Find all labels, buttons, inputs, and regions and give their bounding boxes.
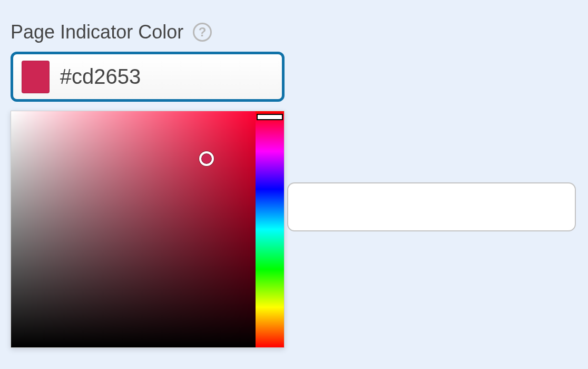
color-input-wrapper[interactable] (11, 52, 285, 102)
field-label-row: Page Indicator Color ? (11, 21, 577, 43)
color-hex-input[interactable] (60, 65, 273, 89)
color-swatch[interactable] (22, 61, 50, 93)
saturation-value-area[interactable] (11, 111, 256, 347)
sv-cursor[interactable] (199, 151, 214, 166)
help-icon[interactable]: ? (193, 23, 212, 42)
color-picker-panel (11, 111, 285, 348)
hue-slider[interactable] (256, 111, 284, 347)
hue-cursor[interactable] (257, 114, 283, 120)
field-label: Page Indicator Color (11, 21, 183, 43)
value-gradient (11, 111, 256, 347)
secondary-input[interactable] (287, 182, 576, 231)
